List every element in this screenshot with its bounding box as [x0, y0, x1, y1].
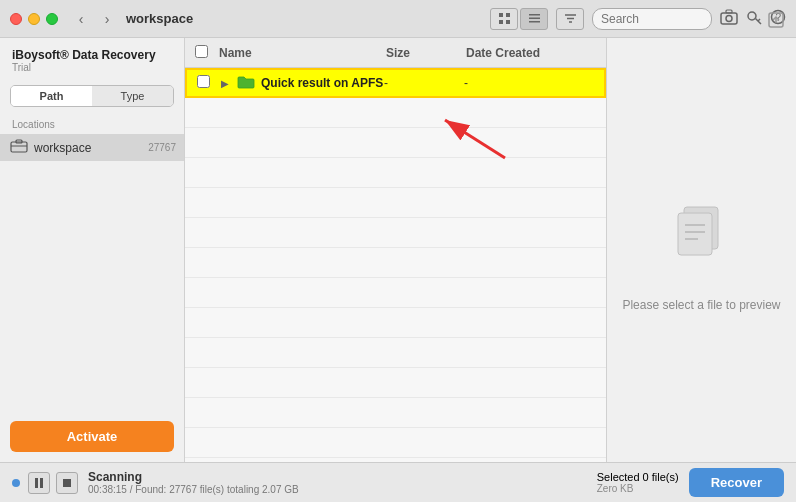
table-row[interactable] — [185, 308, 606, 338]
svg-rect-31 — [40, 478, 43, 488]
svg-rect-4 — [529, 14, 540, 16]
pause-button[interactable] — [28, 472, 50, 494]
table-row[interactable] — [185, 398, 606, 428]
sidebar-item-count: 27767 — [148, 142, 176, 153]
file-list-wrapper: ▶ Quick result on APFS - - — [185, 68, 606, 462]
table-row[interactable] — [185, 278, 606, 308]
status-dot — [12, 479, 20, 487]
titlebar: ‹ › workspace — [0, 0, 796, 38]
sidebar: iBoysoft® Data Recovery Trial Path Type … — [0, 38, 185, 462]
app-trial-badge: Trial — [12, 62, 172, 73]
traffic-lights — [10, 13, 58, 25]
tab-type[interactable]: Type — [92, 86, 173, 106]
svg-rect-0 — [499, 13, 503, 17]
folder-icon — [237, 74, 255, 93]
svg-rect-26 — [678, 213, 712, 255]
select-all-checkbox[interactable] — [195, 45, 208, 58]
table-row[interactable] — [185, 128, 606, 158]
file-date: - — [464, 76, 594, 90]
col-name-header: Name — [219, 46, 386, 60]
search-input[interactable] — [592, 8, 712, 30]
col-date-header: Date Created — [466, 46, 596, 60]
file-list-body: ▶ Quick result on APFS - - — [185, 68, 606, 462]
nav-back-button[interactable]: ‹ — [70, 8, 92, 30]
svg-rect-1 — [506, 13, 510, 17]
preview-placeholder-icon — [662, 189, 742, 284]
status-right: Selected 0 file(s) Zero KB Recover — [597, 468, 784, 497]
svg-rect-2 — [499, 20, 503, 24]
table-row[interactable] — [185, 428, 606, 458]
table-row[interactable] — [185, 338, 606, 368]
recover-button[interactable]: Recover — [689, 468, 784, 497]
sidebar-header: iBoysoft® Data Recovery Trial — [0, 38, 184, 77]
view-toggle — [490, 8, 548, 30]
nav-buttons: ‹ › — [70, 8, 118, 30]
svg-rect-6 — [529, 21, 540, 23]
sidebar-tabs: Path Type — [10, 85, 174, 107]
activate-button[interactable]: Activate — [10, 421, 174, 452]
svg-rect-3 — [506, 20, 510, 24]
maximize-button[interactable] — [46, 13, 58, 25]
sidebar-item-workspace[interactable]: workspace 27767 — [0, 134, 184, 161]
svg-rect-5 — [529, 18, 540, 20]
preview-message: Please select a file to preview — [608, 298, 794, 312]
table-row[interactable]: ▶ Quick result on APFS - - — [185, 68, 606, 98]
app-title: iBoysoft® Data Recovery — [12, 48, 172, 62]
status-bar: Scanning 00:38:15 / Found: 27767 file(s)… — [0, 462, 796, 502]
scanning-label: Scanning — [88, 470, 299, 484]
file-list-header: Name Size Date Created — [185, 38, 606, 68]
selected-count: Selected 0 file(s) — [597, 471, 679, 483]
file-size: - — [384, 76, 464, 90]
svg-rect-10 — [721, 13, 737, 24]
close-button[interactable] — [10, 13, 22, 25]
locations-label: Locations — [0, 115, 184, 134]
table-row[interactable] — [185, 218, 606, 248]
file-list-area: Name Size Date Created ▶ Quick re — [185, 38, 606, 462]
toolbar-right: ? — [490, 8, 786, 30]
scanning-detail: 00:38:15 / Found: 27767 file(s) totaling… — [88, 484, 299, 495]
stop-button[interactable] — [56, 472, 78, 494]
filter-button[interactable] — [556, 8, 584, 30]
breadcrumb: workspace — [126, 11, 193, 26]
svg-point-11 — [726, 15, 732, 21]
status-text: Scanning 00:38:15 / Found: 27767 file(s)… — [88, 470, 299, 495]
table-row[interactable] — [185, 248, 606, 278]
tab-path[interactable]: Path — [11, 86, 92, 106]
svg-rect-12 — [726, 10, 732, 13]
sidebar-item-name: workspace — [34, 141, 148, 155]
svg-point-13 — [748, 12, 756, 20]
svg-rect-32 — [63, 479, 71, 487]
col-size-header: Size — [386, 46, 466, 60]
file-name: Quick result on APFS — [261, 76, 384, 90]
table-row[interactable] — [185, 368, 606, 398]
svg-rect-30 — [35, 478, 38, 488]
preview-panel: Please select a file to preview — [606, 38, 796, 462]
selected-info: Selected 0 file(s) Zero KB — [597, 471, 679, 494]
selected-size: Zero KB — [597, 483, 679, 494]
nav-forward-button[interactable]: › — [96, 8, 118, 30]
table-row[interactable] — [185, 98, 606, 128]
minimize-button[interactable] — [28, 13, 40, 25]
row-expand-arrow[interactable]: ▶ — [221, 78, 237, 89]
table-row[interactable] — [185, 158, 606, 188]
table-row[interactable] — [185, 188, 606, 218]
status-controls — [28, 472, 78, 494]
camera-icon[interactable] — [720, 9, 738, 29]
workspace-icon — [10, 139, 28, 156]
svg-line-15 — [758, 19, 760, 21]
row-checkbox[interactable] — [197, 75, 210, 88]
list-view-button[interactable] — [520, 8, 548, 30]
main-layout: iBoysoft® Data Recovery Trial Path Type … — [0, 38, 796, 462]
grid-view-button[interactable] — [490, 8, 518, 30]
key-icon[interactable] — [746, 9, 762, 29]
